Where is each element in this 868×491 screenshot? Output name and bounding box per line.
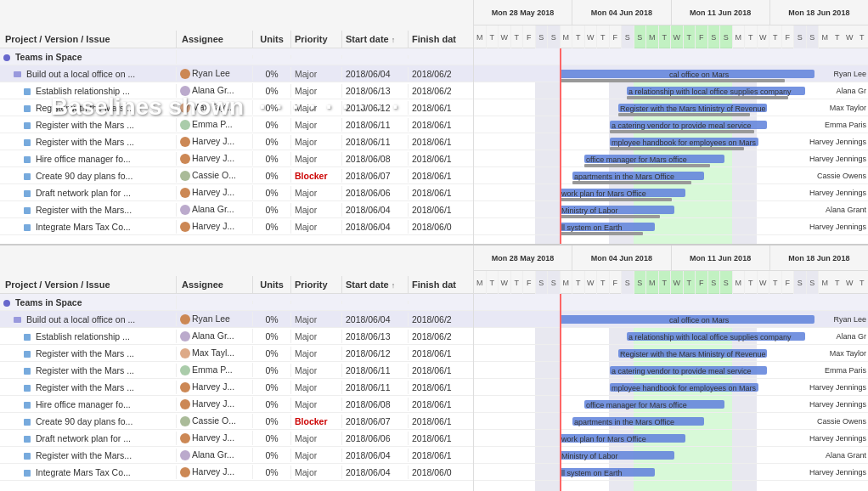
subtask-icon — [24, 122, 31, 129]
cell-finishdate: 2018/06/1 — [409, 152, 474, 166]
gantt-day: F — [523, 271, 536, 294]
cell-issue: Establish relationship ... — [0, 84, 177, 98]
gantt-bar-name: Ryan Lee — [833, 70, 866, 78]
table-row[interactable]: Integrate Mars Tax Co... Harvey J... 0% … — [0, 218, 473, 235]
table-row[interactable]: Register with the Mars... Alana Gr... 0%… — [0, 201, 473, 218]
gantt-row: work plan for Mars Office Harvey Jenning… — [474, 430, 868, 447]
col-header-units: Units — [253, 31, 291, 48]
gantt-bar-text: a catering vendor to provide meal servic… — [612, 121, 752, 130]
cell-priority: Major — [291, 84, 342, 98]
table-row[interactable]: Teams in Space — [0, 294, 473, 311]
cell-units — [253, 301, 291, 304]
cell-startdate: 2018/06/08 — [342, 398, 409, 411]
gantt-day: S — [548, 25, 561, 48]
table-row[interactable]: Establish relationship ... Alana Gr... 0… — [0, 82, 473, 99]
gantt-day: S — [794, 25, 807, 48]
cell-issue: Teams in Space — [0, 296, 177, 309]
cell-finishdate: 2018/06/2 — [409, 330, 474, 343]
gantt-bar-name: Emma Paris — [825, 366, 866, 375]
cell-issue: Build out a local office on ... — [0, 313, 177, 326]
avatar — [180, 86, 190, 96]
gantt-day: T — [831, 271, 844, 294]
cell-startdate — [342, 55, 409, 59]
cell-assignee: Ryan Lee — [177, 66, 253, 81]
gantt-day: T — [831, 25, 844, 48]
cell-startdate: 2018/06/07 — [342, 415, 409, 428]
table-row[interactable]: Create 90 day plans fo... Cassie O... 0%… — [0, 413, 473, 430]
gantt-row: office manager for Mars office Harvey Je… — [474, 150, 868, 167]
gantt-week-2b: Mon 04 Jun 2018 — [572, 246, 671, 270]
gantt-bar-baseline — [560, 198, 672, 201]
cell-priority: Major — [291, 330, 342, 343]
cell-assignee: Harvey J... — [177, 134, 253, 149]
gantt-day: S — [807, 25, 820, 48]
gantt-day: M — [819, 25, 831, 48]
gantt-bar-name: Cassie Owens — [817, 417, 866, 426]
gantt-section-bottom: Mon 28 May 2018 Mon 04 Jun 2018 Mon 11 J… — [474, 246, 868, 491]
cell-startdate: 2018/06/06 — [342, 186, 409, 200]
gantt-week-row: Mon 28 May 2018 Mon 04 Jun 2018 Mon 11 J… — [474, 0, 868, 25]
cell-units: 0% — [253, 347, 291, 360]
table-row[interactable]: Register with the Mars ... Harvey J... 0… — [0, 133, 473, 150]
avatar — [180, 433, 190, 443]
gantt-day: S — [708, 271, 721, 294]
gantt-day: T — [572, 271, 585, 294]
col-header-assignee-b: Assignee — [177, 276, 253, 293]
gantt-row: Ministry of Labor Alana Grant — [474, 201, 868, 218]
cell-issue: Integrate Mars Tax Co... — [0, 466, 177, 479]
cell-units: 0% — [253, 118, 291, 132]
table-row[interactable]: Draft network plan for ... Harvey J... 0… — [0, 430, 473, 447]
table-row[interactable]: Hire office manager fo... Harvey J... 0%… — [0, 396, 473, 413]
cell-finishdate: 2018/06/1 — [409, 398, 474, 411]
gantt-day: W — [843, 25, 856, 48]
table-row[interactable]: Create 90 day plans fo... Cassie O... 0%… — [0, 167, 473, 184]
cell-issue-text: Build out a local office on ... — [26, 69, 135, 79]
table-row[interactable]: Register with the Mars ... Max Tayl... 0… — [0, 99, 473, 116]
avatar — [180, 205, 190, 215]
cell-issue: Create 90 day plans fo... — [0, 415, 177, 428]
table-row[interactable]: Draft network plan for ... Harvey J... 0… — [0, 184, 473, 201]
table-row[interactable]: Register with the Mars ... Max Tayl... 0… — [0, 345, 473, 362]
table-row[interactable]: Hire office manager fo... Harvey J... 0%… — [0, 150, 473, 167]
gantt-row: ll system on Earth Harvey Jennings — [474, 218, 868, 235]
avatar — [180, 120, 190, 130]
table-row[interactable]: Build out a local office on ... Ryan Lee… — [0, 65, 473, 82]
gantt-day: W — [585, 25, 598, 48]
gantt-day: T — [856, 25, 869, 48]
cell-startdate: 2018/06/11 — [342, 118, 409, 132]
table-row[interactable]: Teams in Space — [0, 48, 473, 65]
cell-units: 0% — [253, 67, 291, 81]
table-row[interactable]: Build out a local office on ... Ryan Lee… — [0, 311, 473, 328]
gantt-row: work plan for Mars Office Harvey Jenning… — [474, 184, 868, 201]
table-row[interactable]: Register with the Mars ... Harvey J... 0… — [0, 379, 473, 396]
gantt-bar-name: Alana Gr — [836, 87, 866, 95]
avatar — [180, 188, 190, 198]
table-header-bottom: Project / Version / Issue Assignee Units… — [0, 246, 473, 294]
col-header-priority-b: Priority — [291, 276, 342, 293]
table-row[interactable]: Integrate Mars Tax Co... Harvey J... 0% … — [0, 464, 473, 481]
gantt-day: M — [474, 25, 487, 48]
col-header-assignee: Assignee — [177, 31, 253, 48]
cell-priority: Blocker — [291, 415, 342, 428]
cell-startdate — [342, 301, 409, 304]
gantt-week-3: Mon 11 Jun 2018 — [672, 0, 770, 25]
cell-finishdate: 2018/06/1 — [409, 186, 474, 200]
cell-units: 0% — [253, 220, 291, 234]
cell-finishdate: 2018/06/1 — [409, 449, 474, 462]
gantt-day: T — [597, 271, 610, 294]
gantt-row: Register with the Mars Ministry of Reven… — [474, 99, 868, 116]
gantt-bar-name: Harvey Jennings — [809, 468, 866, 477]
gantt-bar-name: Ryan Lee — [833, 315, 866, 324]
gantt-header-top: Mon 28 May 2018 Mon 04 Jun 2018 Mon 11 J… — [474, 0, 868, 48]
cell-finishdate: 2018/06/1 — [409, 432, 474, 445]
table-row[interactable]: Register with the Mars ... Emma P... 0% … — [0, 116, 473, 133]
gantt-day: W — [758, 271, 770, 294]
gantt-day: S — [634, 271, 647, 294]
table-row[interactable]: Register with the Mars... Alana Gr... 0%… — [0, 447, 473, 464]
table-row[interactable]: Establish relationship ... Alana Gr... 0… — [0, 328, 473, 345]
cell-issue: Draft network plan for ... — [0, 186, 177, 200]
cell-finishdate — [409, 55, 474, 59]
table-row[interactable]: Register with the Mars ... Emma P... 0% … — [0, 362, 473, 379]
cell-units — [253, 55, 291, 59]
gantt-row — [474, 294, 868, 311]
